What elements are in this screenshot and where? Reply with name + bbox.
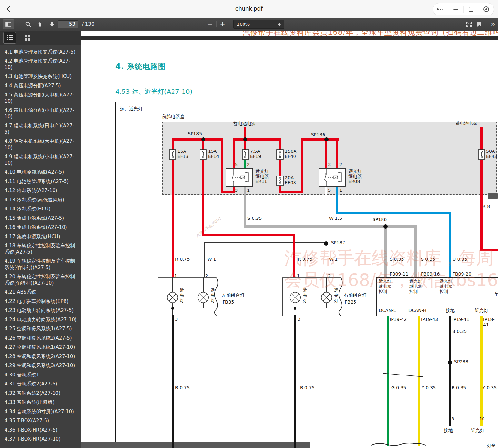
sidebar-item-31[interactable]: 4.31 音响系统2(A27-5) — [3, 380, 79, 389]
sidebar-item-36[interactable]: 4.36 T-BOX-HR(A27-5) — [3, 425, 79, 435]
next-page-icon[interactable] — [49, 22, 55, 27]
lamp-lead — [295, 277, 295, 292]
thumbnails-view-button[interactable] — [21, 32, 34, 43]
sidebar-item-23[interactable]: 4.23 电动助力转向系统(A27-5) — [3, 306, 79, 316]
zoom-select[interactable]: 100% — [233, 20, 284, 29]
diagram-label: FB25 — [345, 299, 356, 305]
sidebar-item-4[interactable]: 4.4 高压电源分配(A27-5) — [3, 81, 79, 91]
sidebar-item-2[interactable]: 4.2 电池管理及快充系统(A27-10) — [3, 57, 79, 72]
fullscreen-icon[interactable] — [466, 21, 473, 28]
outline-sidebar: 4.1 电池管理及快充系统(A27-5)4.2 电池管理及快充系统(A27-10… — [0, 31, 81, 448]
diagram-label: 灯光组 — [487, 443, 498, 448]
outline-view-button[interactable] — [3, 32, 16, 44]
diagram-label: 2 — [339, 162, 342, 168]
diagram-label: 近光灯 继电器 控制 — [379, 279, 391, 294]
relay-icon — [226, 168, 253, 188]
horizontal-scrollbar-thumb[interactable] — [81, 442, 310, 448]
sidebar-item-1[interactable]: 4.1 电池管理及快充系统(A27-5) — [3, 47, 79, 57]
wire — [449, 212, 451, 277]
sidebar-item-16[interactable]: 4.16 集成电源系统(A27-10) — [3, 223, 79, 232]
sidebar-item-7[interactable]: 4.7 驱动电机系统(日电产)(A27-5) — [3, 122, 79, 137]
sidebar-item-35[interactable]: 4.35 T-BOX(A27-5) — [3, 416, 79, 426]
page-number-input[interactable] — [58, 20, 78, 28]
diagram-label: W 1.5 — [329, 216, 342, 221]
minimize-icon[interactable] — [448, 3, 463, 15]
sidebar-item-26[interactable]: 4.26 空调和暖风系统2(A27-5) — [3, 334, 79, 343]
sidebar-item-17[interactable]: 4.17 集成电源系统(HCU) — [3, 232, 79, 241]
wiring-diagram: 汽修帮手在线资料库，每周会员仅168/年，微信xbs16 汽修帮手会员002 远… — [115, 102, 498, 448]
sidebar-item-34[interactable]: 4.34 音响系统(8寸屏)(A27-10) — [3, 407, 79, 416]
sidebar-item-28[interactable]: 4.28 空调和暖风系统2(A27-10) — [3, 352, 79, 361]
previous-page-icon[interactable] — [37, 22, 43, 27]
heading-rule — [115, 76, 498, 76]
wire — [301, 138, 339, 141]
diagram-label: 左前组合灯 — [222, 292, 244, 298]
sidebar-item-11[interactable]: 4.11 电池热管理系统(A27-5) — [3, 177, 79, 186]
sidebar-item-12[interactable]: 4.12 冷却系统(A27-10) — [3, 186, 79, 196]
diagram-label: SP136 — [311, 132, 325, 138]
diagram-label: IP19-43 — [421, 317, 438, 322]
wire — [233, 138, 235, 168]
diagram-label: FB09-11 — [390, 271, 408, 277]
diagram-label: IP19-42 — [390, 317, 407, 322]
close-capsule-icon[interactable] — [479, 3, 494, 15]
diagram-label: 2 — [328, 273, 331, 279]
sidebar-item-19[interactable]: 4.19 车辆稳定性控制及驻车控制系统(伯特利)(A27-5) — [3, 257, 79, 272]
wire-break-squiggle — [370, 441, 427, 448]
diagram-label: IP19-41 — [452, 317, 469, 322]
sidebar-item-10[interactable]: 4.10 电机冷却系统(A27-5) — [3, 168, 79, 177]
sidebar-item-15[interactable]: 4.15 集成电源系统(A27-5) — [3, 214, 79, 223]
wire — [294, 315, 296, 448]
wire — [279, 160, 281, 176]
bookmark-icon[interactable] — [477, 22, 481, 27]
lamp-lead — [203, 277, 204, 292]
sidebar-item-25[interactable]: 4.25 空调和暖风系统1(A27-5) — [3, 325, 79, 334]
more-options-icon[interactable] — [433, 3, 448, 15]
sidebar-item-29[interactable]: 4.29 空调和暖风系统3(A27-10) — [3, 361, 79, 371]
junction-dot — [324, 241, 328, 246]
diagram-label: 接地 — [446, 308, 455, 313]
pdf-page: 4. 系统电路图 4.53 远、近光灯(A27-10) 汽修帮手在线资料库，每周… — [81, 40, 498, 448]
wire — [244, 160, 246, 169]
wire — [449, 316, 451, 426]
sidebar-item-8[interactable]: 4.8 驱动电机系统(大电机)(A27-10) — [3, 137, 79, 152]
lamp-link — [295, 308, 326, 309]
sidebar-item-21[interactable]: 4.21 ABS系统 — [3, 288, 79, 297]
junction-dot — [243, 137, 247, 141]
more-tools-icon[interactable]: » — [491, 20, 495, 28]
sidebar-item-32[interactable]: 4.32 音响系统2(A27-10) — [3, 389, 79, 398]
white-wire — [203, 242, 205, 277]
vertical-scrollbar-thumb[interactable] — [488, 193, 498, 199]
restore-window-icon[interactable] — [464, 3, 479, 15]
sidebar-item-9[interactable]: 4.9 驱动电机系统(小电机)(A27-10) — [3, 152, 79, 168]
page-total-label: / 130 — [82, 21, 94, 27]
diagram-label: B 0.35 — [452, 329, 467, 334]
zoom-out-button[interactable]: − — [206, 20, 214, 28]
sidebar-item-22[interactable]: 4.22 电子驻车控制系统(EPB) — [3, 297, 79, 306]
zoom-in-button[interactable]: + — [219, 20, 226, 28]
diagram-label: 15A EF13 — [177, 149, 189, 159]
sidebar-item-20[interactable]: 4.20 车辆稳定性控制及驻车控制系统(伯特利)(A27-10) — [3, 272, 79, 288]
toggle-sidebar-button[interactable] — [3, 19, 14, 29]
sidebar-item-14[interactable]: 4.14 冷却系统(HCU) — [3, 205, 79, 214]
sidebar-item-24[interactable]: 4.24 电动助力转向系统(A27-10) — [3, 315, 79, 325]
sidebar-item-37[interactable]: 4.37 T-BOX-HR(A27-10) — [3, 435, 79, 444]
diagram-label: 远 光 灯 — [211, 288, 215, 303]
wire — [172, 138, 222, 141]
sidebar-item-18[interactable]: 4.18 车辆稳定性控制及驻车控制系统(A27-5) — [3, 241, 79, 257]
sidebar-item-6[interactable]: 4.6 高压电源分配(小电机)(A27-10) — [3, 106, 79, 122]
sidebar-item-33[interactable]: 4.33 音响系统(出租版) — [3, 398, 79, 407]
diagram-label: FB09-16 — [421, 271, 440, 277]
zoom-value: 100% — [237, 22, 278, 27]
diagram-label: 1 — [247, 188, 250, 193]
fuse-icon — [200, 149, 207, 161]
sidebar-item-30[interactable]: 4.30 音响系统1 — [3, 370, 79, 380]
sidebar-item-13[interactable]: 4.13 冷却系统(高低速风扇) — [3, 195, 79, 205]
sidebar-item-3[interactable]: 4.3 电池管理及快充系统(HCU) — [3, 72, 79, 82]
wire — [384, 225, 387, 277]
sidebar-item-27[interactable]: 4.27 空调和暖风系统1(A27-10) — [3, 343, 79, 352]
diagram-label: 10 — [479, 416, 485, 422]
titlebar: chunk.pdf — [0, 0, 498, 18]
sidebar-item-5[interactable]: 4.5 高压电源分配(大电机)(A27-10) — [3, 91, 79, 106]
search-icon[interactable] — [25, 21, 31, 27]
